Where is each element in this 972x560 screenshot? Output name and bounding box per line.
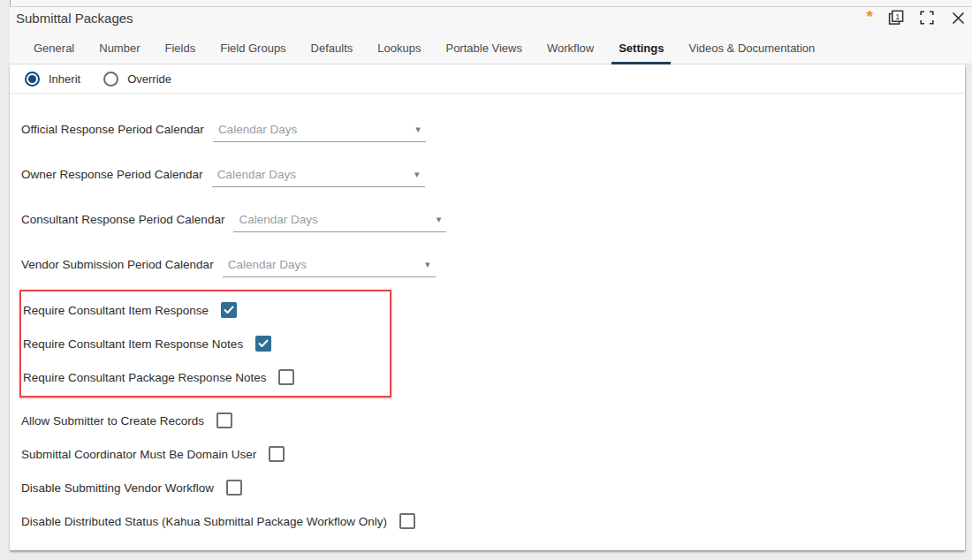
tab-lookups[interactable]: Lookups [370, 34, 428, 64]
dropdown-value: Calendar Days [239, 213, 317, 226]
checkbox-label: Require Consultant Package Response Note… [23, 371, 266, 384]
page-title: Submittal Packages [16, 11, 133, 26]
tab-settings[interactable]: Settings [611, 34, 671, 64]
tab-workflow[interactable]: Workflow [540, 34, 601, 64]
radio-label: Override [127, 72, 171, 86]
submittal-packages-dialog: Submittal Packages * 1 [0, 0, 972, 560]
radio-icon [103, 72, 118, 87]
checkbox-section: Allow Submitter to Create Records Submit… [21, 412, 965, 530]
chevron-down-icon: ▾ [415, 125, 421, 134]
radio-icon [25, 72, 40, 87]
radio-override[interactable]: Override [103, 72, 171, 87]
chevron-down-icon: ▾ [425, 260, 430, 269]
checkbox-label: Require Consultant Item Response [23, 304, 209, 317]
popout-window-button[interactable]: 1 [888, 10, 904, 26]
tab-label: Defaults [311, 42, 353, 55]
settings-tab-panel: Inherit Override Official Response Perio… [10, 64, 965, 550]
unsaved-changes-asterisk-icon: * [867, 12, 873, 23]
calendar-dropdown[interactable]: Calendar Days ▾ [212, 168, 425, 187]
tab-defaults[interactable]: Defaults [304, 34, 361, 64]
inheritance-toggle-row: Inherit Override [10, 64, 965, 94]
field-label: Official Response Period Calendar [21, 123, 204, 142]
calendar-dropdown[interactable]: Calendar Days ▾ [233, 213, 446, 232]
tab-fields[interactable]: Fields [158, 34, 203, 64]
radio-inherit[interactable]: Inherit [25, 72, 80, 87]
calendar-dropdown[interactable]: Calendar Days ▾ [213, 123, 426, 142]
tab-label: Field Groups [220, 42, 285, 55]
popout-window-icon: 1 [888, 10, 904, 26]
dropdown-value: Calendar Days [228, 258, 307, 271]
checkbox-label: Submittal Coordinator Must Be Domain Use… [21, 448, 256, 461]
checkbox-row-submittal-coordinator-must-be-domain-user: Submittal Coordinator Must Be Domain Use… [21, 445, 965, 463]
tab-label: Settings [619, 42, 664, 55]
dropdown-value: Calendar Days [217, 168, 296, 181]
settings-form: Official Response Period Calendar Calend… [10, 94, 965, 530]
field-label: Vendor Submission Period Calendar [21, 258, 214, 277]
checkbox[interactable] [278, 369, 294, 385]
tab-field-groups[interactable]: Field Groups [213, 34, 292, 64]
checkbox-row-require-consultant-item-response-notes: Require Consultant Item Response Notes [23, 335, 390, 352]
checkbox[interactable] [269, 446, 285, 462]
checkbox-row-allow-submitter-to-create-records: Allow Submitter to Create Records [21, 412, 965, 429]
checkbox-label: Disable Submitting Vendor Workflow [21, 481, 214, 495]
checkbox-label: Disable Distributed Status (Kahua Submit… [21, 515, 387, 528]
titlebar-actions: * 1 [867, 10, 972, 26]
checkbox[interactable] [221, 302, 237, 318]
checkbox-label: Require Consultant Item Response Notes [23, 337, 243, 351]
tab-label: Workflow [547, 42, 594, 55]
field-row-official-response-period-calendar: Official Response Period Calendar Calend… [21, 110, 965, 142]
tab-label: Fields [165, 42, 196, 55]
close-icon [952, 11, 965, 25]
fullscreen-button[interactable] [919, 10, 935, 26]
titlebar: Submittal Packages * 1 [16, 10, 972, 26]
close-button[interactable] [950, 10, 966, 26]
tab-number[interactable]: Number [92, 34, 147, 64]
tab-label: Videos & Documentation [688, 42, 815, 55]
radio-label: Inherit [49, 72, 80, 86]
checkbox[interactable] [255, 336, 271, 352]
field-row-vendor-submission-period-calendar: Vendor Submission Period Calendar Calend… [21, 245, 965, 277]
tab-label: Number [99, 42, 140, 55]
chevron-down-icon: ▾ [414, 170, 420, 179]
dropdown-value: Calendar Days [218, 123, 297, 136]
tab-portable-views[interactable]: Portable Views [438, 34, 528, 64]
dialog-header: Submittal Packages * 1 [10, 0, 972, 64]
field-label: Owner Response Period Calendar [21, 168, 203, 187]
checkmark-icon [258, 339, 269, 348]
checkbox-row-disable-distributed-status-kahua-submittal-package-workflow-only: Disable Distributed Status (Kahua Submit… [21, 512, 965, 530]
popout-badge: 1 [895, 12, 900, 21]
calendar-dropdown[interactable]: Calendar Days ▾ [223, 258, 436, 277]
field-row-owner-response-period-calendar: Owner Response Period Calendar Calendar … [21, 155, 965, 187]
field-label: Consultant Response Period Calendar [21, 213, 224, 232]
checkbox-row-require-consultant-package-response-notes: Require Consultant Package Response Note… [23, 368, 390, 386]
checkbox-row-require-consultant-item-response: Require Consultant Item Response [23, 301, 390, 319]
checkbox-label: Allow Submitter to Create Records [21, 414, 204, 428]
checkbox[interactable] [399, 513, 415, 529]
tab-general[interactable]: General [27, 34, 81, 64]
tab-label: Portable Views [445, 42, 521, 55]
tab-videos-documentation[interactable]: Videos & Documentation [681, 34, 822, 64]
checkbox[interactable] [226, 480, 242, 496]
chevron-down-icon: ▾ [437, 215, 442, 224]
checkmark-icon [224, 306, 234, 314]
fullscreen-icon [920, 11, 934, 25]
tab-label: General [34, 42, 74, 55]
checkbox-row-disable-submitting-vendor-workflow: Disable Submitting Vendor Workflow [21, 479, 965, 496]
annotation-highlight-box: Require Consultant Item Response Require… [19, 290, 391, 397]
field-row-consultant-response-period-calendar: Consultant Response Period Calendar Cale… [21, 200, 965, 232]
tab-label: Lookups [377, 42, 421, 55]
calendar-dropdown-section: Official Response Period Calendar Calend… [21, 110, 965, 277]
tab-bar: GeneralNumberFieldsField GroupsDefaultsL… [10, 34, 972, 64]
checkbox[interactable] [216, 412, 232, 428]
